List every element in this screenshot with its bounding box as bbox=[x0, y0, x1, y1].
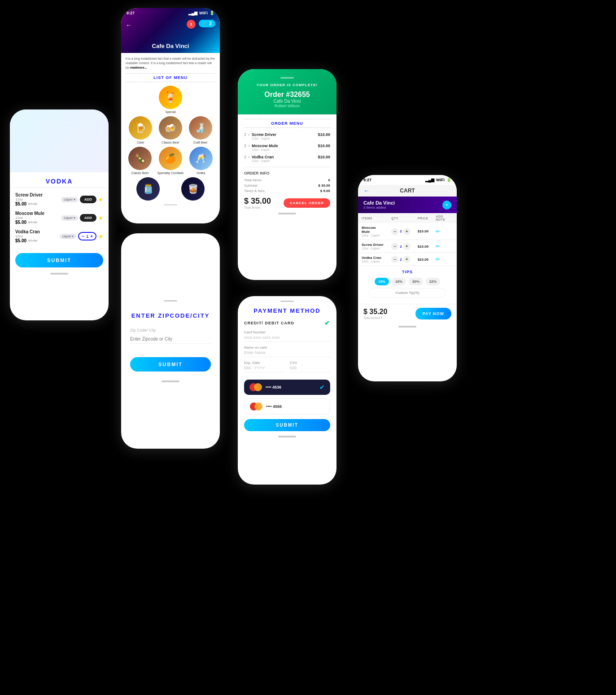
decrement-button[interactable]: − bbox=[391, 243, 398, 250]
category-special[interactable]: 🍹 Special bbox=[159, 86, 182, 114]
phone-order-complete: YOUR ORDER IS COMPLETE! Order #32655 Caf… bbox=[238, 69, 336, 280]
description-text: It is a long established fact that a rea… bbox=[126, 57, 215, 70]
item-detail: Moscow Mule 12oz · Liquor bbox=[252, 144, 318, 151]
favorite-icon[interactable]: ★ bbox=[98, 233, 103, 240]
item-old-price: $7.00 bbox=[28, 202, 37, 206]
phone4-body: ORDER MENU 2 x Screw Driver 12oz · Liquo… bbox=[238, 114, 336, 219]
subtotal-val: $ 30.00 bbox=[318, 184, 330, 188]
tip-20-button[interactable]: 20% bbox=[409, 278, 423, 285]
item-price: $10.00 bbox=[318, 132, 330, 137]
quantity-control: − 2 + bbox=[391, 228, 410, 235]
cart-item-price: $10.00 bbox=[418, 245, 428, 249]
add-button[interactable]: ADD bbox=[80, 214, 96, 222]
exp-field: Exp. Date MM - YYYY bbox=[244, 361, 284, 376]
phone2-header: VODKA bbox=[10, 172, 109, 188]
cart-button[interactable]: 🛒 2 bbox=[199, 20, 215, 27]
category-classic-beer2[interactable]: 🍾 Classic Beer bbox=[128, 147, 152, 175]
edit-icon[interactable]: ✏ bbox=[436, 228, 440, 235]
decrement-button[interactable]: − bbox=[82, 234, 84, 239]
selected-icon: ✔ bbox=[319, 384, 325, 391]
category-row-3: 🍾 Classic Beer 🍊 Specialty Cocktails 🥂 V… bbox=[126, 147, 215, 175]
bottom-bar bbox=[164, 204, 177, 205]
cart-cafe-name: Cafe Da Vinci bbox=[363, 200, 395, 205]
category-specialty[interactable]: 🍊 Specialty Cocktails bbox=[157, 147, 184, 175]
cart-item-price: $10.00 bbox=[418, 258, 428, 262]
decrement-button[interactable]: − bbox=[391, 256, 398, 263]
liquor-badge[interactable]: Liquor ▾ bbox=[61, 197, 78, 202]
payment-section-title: CREDIT/ DEBIT CARD ✔ bbox=[244, 319, 330, 327]
check-icon: ✔ bbox=[324, 319, 330, 327]
card-number: •••• 4566 bbox=[266, 404, 324, 409]
add-button[interactable]: ADD bbox=[80, 196, 96, 203]
submit-button[interactable]: SUBMIT bbox=[15, 253, 103, 267]
complete-text: YOUR ORDER IS COMPLETE! bbox=[244, 83, 330, 87]
pay-now-button[interactable]: PAY NOW bbox=[415, 308, 451, 319]
name-value: Enter Name bbox=[244, 350, 330, 357]
increment-button[interactable]: + bbox=[403, 243, 411, 250]
decrement-button[interactable]: − bbox=[391, 228, 398, 235]
tip-22-button[interactable]: 22% bbox=[426, 278, 440, 285]
increment-button[interactable]: + bbox=[90, 234, 93, 239]
bottom-bar bbox=[50, 273, 68, 275]
category-classic-beer2-img: 🍾 bbox=[128, 147, 152, 170]
item-controls: Liquor ▾ ADD ★ bbox=[61, 196, 103, 203]
order-cafe: Cafe Da Vinci bbox=[244, 99, 330, 104]
cvv-label: CVV bbox=[290, 361, 330, 365]
category-craft-beer[interactable]: 🍶 Craft Beer bbox=[189, 116, 212, 144]
category-row-special: 🍹 Special bbox=[126, 86, 215, 114]
total-items-label: Total Items bbox=[244, 178, 262, 182]
item-size: 12oz bbox=[15, 234, 60, 238]
cvv-value: 000 bbox=[290, 366, 330, 372]
cancel-order-button[interactable]: CANCEL ORDER bbox=[284, 198, 330, 208]
tips-section: TIPS 15% 18% 20% 22% bbox=[358, 266, 457, 304]
back-button[interactable]: ← bbox=[363, 187, 370, 194]
category-dark2[interactable]: 🥃 bbox=[181, 177, 205, 201]
category-dark1[interactable]: 🫙 bbox=[136, 177, 160, 201]
custom-tip-input[interactable] bbox=[369, 288, 446, 297]
status-time: 9:27 bbox=[363, 178, 371, 182]
list-item: Screw Driver 12oz $5.00 $7.00 Liquor ▾ A… bbox=[15, 192, 103, 206]
item-name: Screw Driver bbox=[252, 132, 318, 137]
category-craft-beer-img: 🍶 bbox=[189, 116, 212, 140]
favorite-icon[interactable]: ★ bbox=[98, 215, 103, 221]
top-bar bbox=[164, 300, 177, 302]
exp-label: Exp. Date bbox=[244, 361, 284, 365]
liquor-badge[interactable]: Liquor ▾ bbox=[60, 234, 76, 239]
increment-button[interactable]: + bbox=[403, 228, 411, 235]
item-price: $5.00 bbox=[15, 201, 26, 206]
tip-18-button[interactable]: 18% bbox=[392, 278, 406, 285]
favorite-icon[interactable]: ★ bbox=[98, 197, 103, 203]
tip-15-button[interactable]: 15% bbox=[375, 278, 389, 285]
zip-input[interactable] bbox=[130, 335, 211, 344]
category-cider[interactable]: 🍺 Cider bbox=[129, 116, 152, 144]
bottom-bar bbox=[162, 380, 179, 382]
item-size: 12oz bbox=[15, 197, 61, 201]
category-vodka[interactable]: 🥂 Vodka bbox=[189, 147, 213, 175]
zip-label: Zip Code/ City bbox=[130, 328, 211, 332]
category-classic-beer[interactable]: 🍻 Classic Beer bbox=[159, 116, 182, 144]
bottom-bar bbox=[398, 326, 416, 328]
saved-card-active[interactable]: •••• 4536 ✔ bbox=[244, 380, 330, 395]
items-added: 3 items added bbox=[363, 205, 395, 210]
item-price: $10.00 bbox=[318, 155, 330, 159]
col-note: ADD NOTE bbox=[432, 213, 457, 223]
item-price-row: $5.00 $7.00 bbox=[15, 220, 61, 225]
submit-button[interactable]: SUBMIT bbox=[244, 419, 330, 431]
tips-row: 15% 18% 20% 22% bbox=[363, 278, 451, 285]
submit-button[interactable]: SUBMIT bbox=[130, 357, 211, 372]
saved-card-inactive[interactable]: •••• 4566 bbox=[244, 398, 330, 415]
increment-button[interactable]: + bbox=[403, 256, 411, 263]
status-bar: 9:27 ▂▄▆ WiFi 🔋 bbox=[358, 175, 457, 185]
navigation-bar: ← CART bbox=[358, 185, 457, 197]
name-label: Name on card bbox=[244, 345, 330, 350]
list-item: Vodka Cran 12oz $5.00 $7.00 Liquor ▾ − 1… bbox=[15, 229, 103, 243]
edit-icon[interactable]: ✏ bbox=[436, 243, 440, 249]
edit-icon[interactable]: ✏ bbox=[436, 256, 440, 262]
item-size: 12oz bbox=[15, 216, 61, 220]
back-button[interactable]: ← bbox=[126, 22, 132, 29]
cart-item-name: Moscow Mule bbox=[362, 226, 384, 234]
liquor-badge[interactable]: Liquor ▾ bbox=[61, 215, 78, 221]
cart-item-sub: 12oz · Liquor bbox=[362, 260, 384, 263]
notification-badge[interactable]: 1 bbox=[187, 20, 196, 29]
cart-table: ITEMS QTY PRICE ADD NOTE Moscow Mule 12o… bbox=[358, 213, 457, 266]
